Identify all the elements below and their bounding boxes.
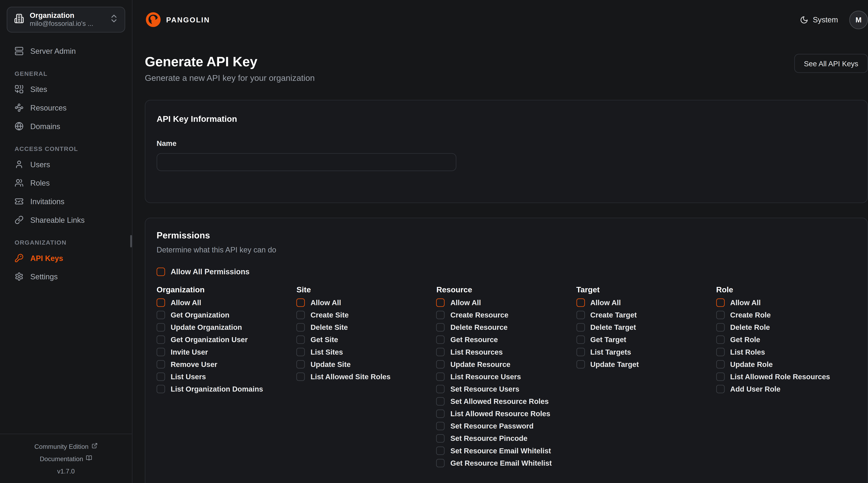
checkbox-site-get-site[interactable] (297, 335, 305, 344)
see-all-api-keys-button[interactable]: See All API Keys (795, 54, 868, 73)
sidebar-item-users[interactable]: Users (7, 156, 125, 173)
checkbox-site-list-sites[interactable] (297, 348, 305, 356)
checkbox-resource-delete-resource[interactable] (436, 323, 445, 331)
checkbox-target-get-target[interactable] (576, 335, 585, 344)
moon-icon (800, 15, 808, 24)
sidebar-item-server-admin[interactable]: Server Admin (7, 42, 125, 60)
checkbox-resource-set-resource-email-whitelist[interactable] (436, 447, 445, 455)
checkbox-resource-create-resource[interactable] (436, 311, 445, 319)
sidebar-section-label: ORGANIZATION (14, 239, 124, 246)
permission-group-title: Organization (157, 285, 297, 294)
theme-toggle[interactable]: System (800, 15, 838, 24)
org-switcher[interactable]: Organization milo@fossorial.io's ... (7, 7, 125, 33)
checkbox-target-create-target[interactable] (576, 311, 585, 319)
permission-row: List Resources (436, 348, 576, 356)
permission-row: List Resource Users (436, 373, 576, 381)
checkbox-resource-set-resource-users[interactable] (436, 385, 445, 393)
checkbox-target-list-targets[interactable] (576, 348, 585, 356)
permission-label: Get Organization User (170, 335, 248, 344)
permission-label: List Organization Domains (170, 385, 263, 393)
checkbox-organization-list-organization-domains[interactable] (157, 385, 165, 393)
sidebar-item-shareable-links[interactable]: Shareable Links (7, 211, 125, 229)
sidebar-item-resources[interactable]: Resources (7, 99, 125, 117)
permission-row: List Sites (297, 348, 436, 356)
avatar[interactable]: M (849, 10, 868, 29)
checkbox-role-delete-role[interactable] (716, 323, 724, 331)
checkbox-role-allow-all[interactable] (716, 298, 724, 307)
checkbox-role-add-user-role[interactable] (716, 385, 724, 393)
checkbox-role-update-role[interactable] (716, 360, 724, 369)
permission-label: Get Resource (450, 335, 498, 344)
sidebar-item-label: Shareable Links (30, 216, 85, 224)
checkbox-role-get-role[interactable] (716, 335, 724, 344)
checkbox-resource-get-resource[interactable] (436, 335, 445, 344)
checkbox-resource-get-resource-email-whitelist[interactable] (436, 459, 445, 468)
sidebar-section-label: ACCESS CONTROL (14, 145, 124, 152)
permission-label: Create Role (730, 311, 771, 319)
checkbox-resource-set-resource-pincode[interactable] (436, 434, 445, 443)
page-head: Generate API Key Generate a new API key … (145, 54, 868, 83)
waypoints-icon (14, 103, 24, 112)
checkbox-target-update-target[interactable] (576, 360, 585, 369)
sidebar-item-roles[interactable]: Roles (7, 174, 125, 192)
checkbox-organization-get-organization-user[interactable] (157, 335, 165, 344)
permission-label: List Allowed Resource Roles (450, 410, 550, 418)
permission-row: Get Resource Email Whitelist (436, 459, 576, 468)
permission-row: Get Role (716, 335, 856, 344)
checkbox-resource-set-resource-password[interactable] (436, 422, 445, 430)
checkbox-target-allow-all[interactable] (576, 298, 585, 307)
permission-row: Allow All (297, 298, 436, 307)
permission-label: Update Target (590, 360, 639, 369)
checkbox-organization-get-organization[interactable] (157, 311, 165, 319)
sidebar-item-api-keys[interactable]: API Keys (7, 249, 125, 267)
checkbox-role-list-roles[interactable] (716, 348, 724, 356)
checkbox-role-list-allowed-role-resources[interactable] (716, 373, 724, 381)
sidebar-item-domains[interactable]: Domains (7, 117, 125, 135)
sidebar-footer: Community Edition Documentation v1.7.0 (0, 433, 132, 483)
checkbox-site-delete-site[interactable] (297, 323, 305, 331)
org-switcher-text: Organization milo@fossorial.io's ... (30, 11, 109, 28)
checkbox-resource-list-resource-users[interactable] (436, 373, 445, 381)
users-icon (14, 179, 24, 187)
documentation-link[interactable]: Documentation (40, 455, 92, 463)
permission-row: Allow All (436, 298, 576, 307)
sidebar-scrollbar[interactable] (130, 235, 132, 248)
permission-group-title: Role (716, 285, 856, 294)
checkbox-resource-update-resource[interactable] (436, 360, 445, 369)
checkbox-organization-list-users[interactable] (157, 373, 165, 381)
permission-row: List Users (157, 373, 297, 381)
permission-label: Get Role (730, 335, 760, 344)
permission-row: Set Resource Password (436, 422, 576, 430)
checkbox-organization-update-organization[interactable] (157, 323, 165, 331)
sidebar-item-invitations[interactable]: Invitations (7, 192, 125, 210)
checkbox-site-allow-all[interactable] (297, 298, 305, 307)
checkbox-organization-remove-user[interactable] (157, 360, 165, 369)
checkbox-allow-all-permissions[interactable] (157, 267, 165, 276)
checkbox-resource-allow-all[interactable] (436, 298, 445, 307)
building-icon (14, 13, 24, 26)
checkbox-resource-list-allowed-resource-roles[interactable] (436, 410, 445, 418)
checkbox-target-delete-target[interactable] (576, 323, 585, 331)
sidebar-item-settings[interactable]: Settings (7, 267, 125, 285)
checkbox-site-update-site[interactable] (297, 360, 305, 369)
name-input[interactable] (157, 153, 456, 171)
checkbox-site-list-allowed-site-roles[interactable] (297, 373, 305, 381)
permission-label: Get Organization (170, 311, 229, 319)
api-key-info-card: API Key Information Name (145, 100, 868, 203)
community-edition-link[interactable]: Community Edition (34, 443, 98, 450)
sidebar-item-label: Roles (30, 179, 50, 187)
permission-group-title: Site (297, 285, 436, 294)
permission-label: Update Organization (170, 323, 242, 331)
checkbox-role-create-role[interactable] (716, 311, 724, 319)
permission-group-title: Target (576, 285, 716, 294)
checkbox-organization-allow-all[interactable] (157, 298, 165, 307)
checkbox-resource-set-allowed-resource-roles[interactable] (436, 397, 445, 406)
permissions-title: Permissions (157, 231, 856, 240)
sidebar-nav: GENERAL Sites Resources Domains ACCESS C… (7, 70, 125, 286)
checkbox-organization-invite-user[interactable] (157, 348, 165, 356)
checkbox-site-create-site[interactable] (297, 311, 305, 319)
permission-row: Delete Target (576, 323, 716, 331)
checkbox-resource-list-resources[interactable] (436, 348, 445, 356)
sidebar-item-sites[interactable]: Sites (7, 80, 125, 98)
sidebar-item-label: Resources (30, 104, 67, 112)
